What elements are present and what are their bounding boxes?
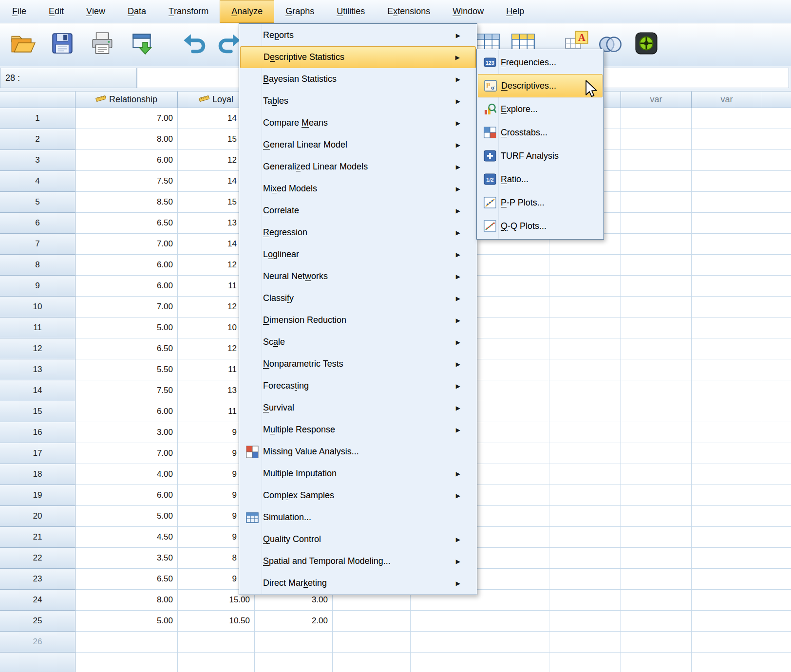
data-cell[interactable]: 5.00 — [75, 506, 178, 527]
data-cell[interactable] — [549, 422, 621, 443]
menubar-item-transform[interactable]: Transform — [157, 0, 220, 23]
data-cell[interactable] — [621, 317, 692, 338]
toolbar-button-print[interactable] — [87, 27, 118, 61]
data-cell[interactable] — [549, 569, 621, 590]
data-cell[interactable]: 7.00 — [75, 234, 178, 255]
data-cell[interactable] — [549, 338, 621, 359]
row-number[interactable]: 5 — [0, 192, 75, 213]
row-number[interactable]: 10 — [0, 297, 75, 317]
data-cell[interactable] — [549, 653, 621, 672]
data-cell[interactable] — [549, 443, 621, 464]
menu-item-complex-samples[interactable]: Complex Samples▶ — [239, 485, 477, 506]
row-number[interactable]: 21 — [0, 527, 75, 548]
row-number[interactable]: 18 — [0, 464, 75, 485]
data-cell[interactable] — [762, 276, 791, 297]
data-cell[interactable] — [692, 359, 762, 380]
column-header-empty[interactable] — [762, 92, 791, 108]
data-cell[interactable] — [692, 150, 762, 171]
menu-item-spatial-and-temporal-modeling[interactable]: Spatial and Temporal Modeling...▶ — [239, 550, 477, 572]
data-cell[interactable] — [621, 653, 692, 672]
menu-item-quality-control[interactable]: Quality Control▶ — [239, 528, 477, 550]
data-cell[interactable] — [621, 129, 692, 150]
data-cell[interactable] — [762, 632, 791, 653]
data-cell[interactable] — [481, 485, 549, 506]
data-cell[interactable] — [411, 653, 481, 672]
data-cell[interactable] — [692, 548, 762, 569]
data-cell[interactable] — [762, 443, 791, 464]
toolbar-button-save[interactable] — [47, 27, 78, 61]
data-cell[interactable]: 6.50 — [75, 569, 178, 590]
row-number[interactable]: 15 — [0, 401, 75, 422]
row-number[interactable]: 16 — [0, 422, 75, 443]
data-cell[interactable] — [762, 611, 791, 632]
data-cell[interactable] — [621, 359, 692, 380]
data-cell[interactable] — [692, 611, 762, 632]
row-number[interactable]: 8 — [0, 255, 75, 276]
menu-item-classify[interactable]: Classify▶ — [239, 287, 477, 309]
toolbar-button-recall-dialogs[interactable] — [128, 27, 159, 61]
menubar-item-data[interactable]: Data — [116, 0, 157, 23]
menu-item-descriptive-statistics[interactable]: Descriptive Statistics▶ — [240, 46, 476, 68]
data-cell[interactable]: 5.00 — [75, 317, 178, 338]
menu-item-direct-marketing[interactable]: Direct Marketing▶ — [239, 572, 477, 594]
data-cell[interactable] — [621, 380, 692, 401]
data-cell[interactable]: 6.00 — [75, 401, 178, 422]
toolbar-button-show-all-variables[interactable] — [631, 27, 662, 61]
data-cell[interactable] — [621, 611, 692, 632]
data-cell[interactable] — [692, 401, 762, 422]
data-cell[interactable]: 6.00 — [75, 255, 178, 276]
data-cell[interactable] — [549, 255, 621, 276]
menu-item-turf-analysis[interactable]: TURF Analysis — [477, 144, 603, 168]
toolbar-button-open-file[interactable] — [7, 27, 38, 61]
data-cell[interactable] — [481, 380, 549, 401]
data-cell[interactable] — [549, 590, 621, 611]
data-cell[interactable] — [621, 234, 692, 255]
data-cell[interactable] — [762, 485, 791, 506]
data-cell[interactable] — [762, 150, 791, 171]
data-cell[interactable] — [549, 401, 621, 422]
data-cell[interactable] — [692, 276, 762, 297]
data-cell[interactable]: 6.50 — [75, 338, 178, 359]
row-number[interactable]: 25 — [0, 611, 75, 632]
row-number[interactable]: 1 — [0, 108, 75, 129]
data-cell[interactable]: 7.00 — [75, 297, 178, 317]
data-cell[interactable] — [549, 276, 621, 297]
data-cell[interactable] — [549, 297, 621, 317]
data-cell[interactable]: 10.50 — [178, 611, 255, 632]
menubar-item-analyze[interactable]: Analyze — [220, 0, 274, 23]
data-cell[interactable] — [762, 338, 791, 359]
data-cell[interactable] — [692, 527, 762, 548]
data-cell[interactable] — [762, 527, 791, 548]
column-header-var[interactable]: var — [692, 92, 762, 108]
data-cell[interactable] — [333, 611, 411, 632]
data-cell[interactable] — [621, 401, 692, 422]
data-cell[interactable] — [762, 171, 791, 192]
menu-item-explore[interactable]: Explore... — [477, 97, 603, 121]
data-cell[interactable] — [481, 422, 549, 443]
data-cell[interactable] — [762, 506, 791, 527]
menu-item-dimension-reduction[interactable]: Dimension Reduction▶ — [239, 309, 477, 331]
menubar-item-view[interactable]: View — [75, 0, 116, 23]
data-cell[interactable] — [481, 569, 549, 590]
data-cell[interactable] — [762, 213, 791, 234]
data-cell[interactable]: 8.00 — [75, 590, 178, 611]
row-number[interactable]: 4 — [0, 171, 75, 192]
data-cell[interactable] — [75, 632, 178, 653]
menu-item-survival[interactable]: Survival▶ — [239, 397, 477, 419]
data-cell[interactable] — [549, 548, 621, 569]
menu-item-regression[interactable]: Regression▶ — [239, 222, 477, 243]
column-header-empty[interactable] — [0, 92, 75, 108]
data-cell[interactable] — [621, 171, 692, 192]
menu-item-simulation[interactable]: Simulation... — [239, 506, 477, 528]
row-number[interactable]: 23 — [0, 569, 75, 590]
column-header-relationship[interactable]: Relationship — [75, 92, 178, 108]
column-header-var[interactable]: var — [621, 92, 692, 108]
data-cell[interactable] — [549, 527, 621, 548]
row-number[interactable]: 6 — [0, 213, 75, 234]
menu-item-tables[interactable]: Tables▶ — [239, 90, 477, 112]
data-cell[interactable]: 7.00 — [75, 108, 178, 129]
data-cell[interactable] — [762, 108, 791, 129]
data-cell[interactable] — [692, 443, 762, 464]
data-cell[interactable] — [481, 338, 549, 359]
data-cell[interactable] — [411, 611, 481, 632]
